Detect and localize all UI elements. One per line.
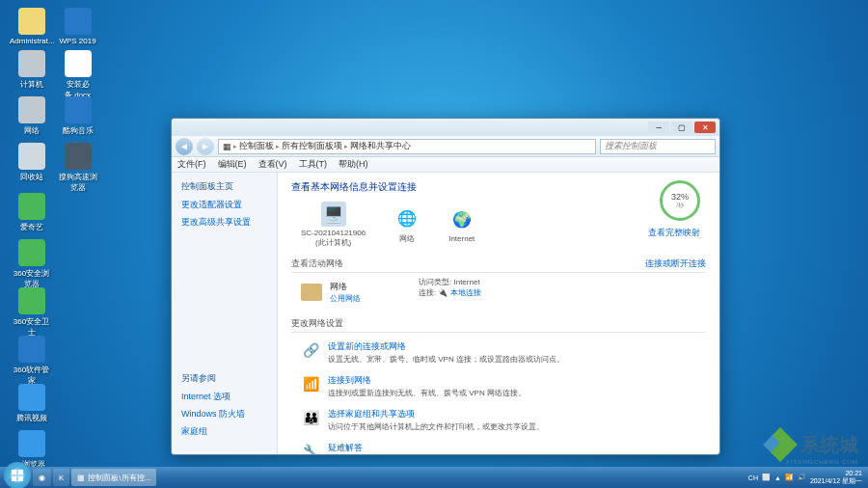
desktop-icon[interactable]: 360安全卫士: [10, 287, 53, 338]
desktop-icon[interactable]: 腾讯视频: [10, 384, 53, 423]
taskbar-item[interactable]: ▦控制面板\所有控...: [71, 469, 156, 486]
network-map: 🖥️ SC-202104121906 (此计算机) 🌐 网络 🌍 Interne…: [301, 202, 706, 248]
watermark: 系统城 XITONGCHENG.COM: [766, 430, 858, 459]
active-networks-heading: 查看活动网络: [291, 258, 343, 270]
menu-edit[interactable]: 编辑(E): [218, 158, 247, 171]
task-item: 🔗设置新的连接或网络设置无线、宽带、拨号、临时或 VPN 连接；或设置路由器或访…: [291, 337, 706, 370]
network-type-link[interactable]: 公用网络: [330, 294, 361, 303]
sidebar-foot-heading: 另请参阅: [181, 372, 245, 385]
task-link[interactable]: 选择家庭组和共享选项: [328, 409, 415, 419]
desktop-icon[interactable]: 酷狗音乐: [56, 96, 99, 136]
desktop-icon[interactable]: WPS 2019: [56, 8, 99, 45]
task-icon: 👪: [301, 408, 320, 427]
menu-help[interactable]: 帮助(H): [339, 158, 368, 171]
clock[interactable]: 20:21 2021/4/12 星期一: [810, 470, 862, 484]
sidebar-link-internet-options[interactable]: Internet 选项: [181, 391, 245, 403]
tray-icon[interactable]: ⬜: [762, 474, 771, 481]
task-icon: 🔧: [301, 442, 320, 454]
search-input[interactable]: 搜索控制面板: [600, 139, 716, 154]
back-button[interactable]: ◄: [176, 138, 193, 155]
task-link[interactable]: 设置新的连接或网络: [328, 341, 406, 351]
task-icon: 📶: [301, 374, 320, 393]
desktop-icon[interactable]: 安装必备.docx: [56, 50, 99, 100]
taskbar-item[interactable]: ◉: [33, 469, 51, 486]
task-icon: 🔗: [301, 340, 320, 360]
menu-view[interactable]: 查看(V): [258, 158, 287, 171]
task-item: 📶连接到网络连接到或重新连接到无线、有线、拨号或 VPN 网络连接。: [291, 370, 706, 404]
taskbar-item[interactable]: K: [53, 469, 69, 486]
desktop-icon[interactable]: 计算机: [10, 50, 53, 90]
breadcrumb[interactable]: ▦ ▸ 控制面板 ▸ 所有控制面板项 ▸ 网络和共享中心: [218, 139, 596, 154]
task-item: 👪选择家庭组和共享选项访问位于其他网络计算机上的文件和打印机，或更改共享设置。: [291, 404, 706, 438]
tray-volume-icon[interactable]: 🔊: [798, 474, 806, 481]
task-link[interactable]: 连接到网络: [328, 375, 371, 385]
main-pane: 查看基本网络信息并设置连接 32% /秒 查看完整映射 🖥️ SC-202104…: [278, 173, 719, 454]
change-settings-heading: 更改网络设置: [291, 317, 706, 333]
node-computer: 🖥️ SC-202104121906 (此计算机): [301, 202, 366, 248]
breadcrumb-item[interactable]: 控制面板: [239, 140, 274, 152]
menu-tools[interactable]: 工具(T): [299, 158, 328, 171]
sidebar-heading: 控制面板主页: [181, 180, 267, 193]
bench-icon: [301, 284, 322, 301]
connect-disconnect-link[interactable]: 连接或断开连接: [645, 258, 706, 270]
tray-icon[interactable]: ▲: [774, 474, 781, 481]
menubar: 文件(F) 编辑(E) 查看(V) 工具(T) 帮助(H): [172, 157, 719, 173]
breadcrumb-icon: ▦: [223, 142, 231, 151]
titlebar: ─ ▢ ✕: [172, 119, 719, 136]
task-link[interactable]: 疑难解答: [328, 443, 363, 452]
maximize-button[interactable]: ▢: [671, 122, 692, 133]
connection-link[interactable]: 本地连接: [450, 288, 481, 297]
taskbar: ◉K▦控制面板\所有控... CH ⬜ ▲ 📶 🔊 20:21 2021/4/1…: [0, 467, 868, 488]
sidebar-link-sharing[interactable]: 更改高级共享设置: [181, 216, 267, 229]
network-name: 网络: [330, 281, 361, 293]
node-network: 🌐 网络: [394, 206, 420, 244]
desktop-icon[interactable]: 爱奇艺: [10, 193, 53, 232]
sidebar-link-adapter[interactable]: 更改适配器设置: [181, 199, 267, 211]
desktop-icon[interactable]: 360软件管家: [10, 336, 53, 386]
task-item: 🔧疑难解答诊断并修复网络问题，或获得故障排除信息。: [291, 438, 706, 454]
network-item: 网络 公用网络: [291, 277, 361, 308]
control-panel-window: ─ ▢ ✕ ◄ ► ▦ ▸ 控制面板 ▸ 所有控制面板项 ▸ 网络和共享中心 搜…: [171, 118, 720, 455]
desktop-icon[interactable]: Administrat...: [10, 8, 53, 45]
page-title: 查看基本网络信息并设置连接: [291, 180, 706, 194]
speed-gauge: 32% /秒: [660, 180, 700, 221]
sidebar-link-firewall[interactable]: Windows 防火墙: [181, 408, 245, 420]
desktop-icon[interactable]: 网络: [10, 96, 53, 136]
minimize-button[interactable]: ─: [648, 122, 669, 133]
node-internet: 🌍 Internet: [448, 207, 475, 243]
close-button[interactable]: ✕: [694, 122, 716, 133]
forward-button[interactable]: ►: [197, 138, 214, 155]
desktop-icon[interactable]: 搜狗高速浏览器: [56, 143, 99, 193]
breadcrumb-item[interactable]: 所有控制面板项: [282, 140, 342, 152]
tray-network-icon[interactable]: 📶: [785, 474, 794, 481]
start-button[interactable]: [4, 462, 31, 489]
system-tray: CH ⬜ ▲ 📶 🔊 20:21 2021/4/12 星期一: [748, 470, 864, 484]
ime-indicator[interactable]: CH: [748, 474, 758, 481]
sidebar-link-homegroup[interactable]: 家庭组: [181, 425, 245, 438]
view-full-map-link[interactable]: 查看完整映射: [648, 227, 700, 239]
breadcrumb-item[interactable]: 网络和共享中心: [350, 140, 411, 152]
nav-toolbar: ◄ ► ▦ ▸ 控制面板 ▸ 所有控制面板项 ▸ 网络和共享中心 搜索控制面板: [172, 136, 719, 157]
sidebar: 控制面板主页 更改适配器设置 更改高级共享设置 另请参阅 Internet 选项…: [172, 173, 278, 454]
menu-file[interactable]: 文件(F): [177, 158, 206, 171]
desktop-icon[interactable]: 360安全浏览器: [10, 239, 53, 289]
desktop-icon[interactable]: 回收站: [10, 143, 53, 182]
